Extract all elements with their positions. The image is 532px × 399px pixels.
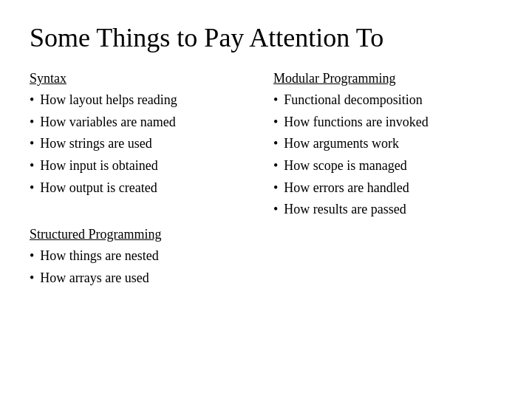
list-item: •How output is created [30, 177, 266, 200]
list-item: •How errors are handled [273, 177, 502, 200]
page-title: Some Things to Pay Attention To [30, 22, 502, 53]
list-item: •How arguments work [273, 133, 502, 155]
list-item: •How scope is managed [273, 155, 502, 177]
bullet-icon: • [273, 89, 278, 112]
bullet-icon: • [30, 245, 34, 267]
list-item: •How arrays are used [30, 267, 266, 290]
list-item: •How results are passed [273, 199, 502, 221]
bullet-icon: • [273, 112, 278, 134]
modular-list: •Functional decomposition •How functions… [273, 89, 502, 221]
modular-header: Modular Programming [273, 71, 502, 86]
bullet-icon: • [273, 177, 278, 200]
list-item: •How variables are named [30, 112, 266, 134]
list-item: •Functional decomposition [273, 89, 502, 112]
bullet-icon: • [30, 177, 34, 200]
bullet-icon: • [30, 267, 34, 290]
syntax-header: Syntax [30, 71, 266, 86]
content-area: Syntax •How layout helps reading •How va… [30, 71, 502, 310]
bullet-icon: • [30, 89, 34, 112]
list-item: •How things are nested [30, 245, 266, 267]
syntax-section: Syntax •How layout helps reading •How va… [30, 71, 266, 219]
bullet-icon: • [30, 155, 34, 177]
right-column: Modular Programming •Functional decompos… [266, 71, 502, 310]
list-item: •How layout helps reading [30, 89, 266, 112]
bullet-icon: • [273, 133, 278, 155]
bullet-icon: • [30, 112, 34, 134]
list-item: •How strings are used [30, 133, 266, 155]
syntax-list: •How layout helps reading •How variables… [30, 89, 266, 199]
structured-section: Structured Programming •How things are n… [30, 227, 266, 310]
bullet-icon: • [30, 133, 34, 155]
bullet-icon: • [273, 199, 278, 221]
list-item: •How input is obtained [30, 155, 266, 177]
page: Some Things to Pay Attention To Syntax •… [0, 0, 532, 399]
structured-header: Structured Programming [30, 227, 266, 242]
bullet-icon: • [273, 155, 278, 177]
structured-list: •How things are nested •How arrays are u… [30, 245, 266, 289]
left-column: Syntax •How layout helps reading •How va… [30, 71, 266, 310]
list-item: •How functions are invoked [273, 112, 502, 134]
